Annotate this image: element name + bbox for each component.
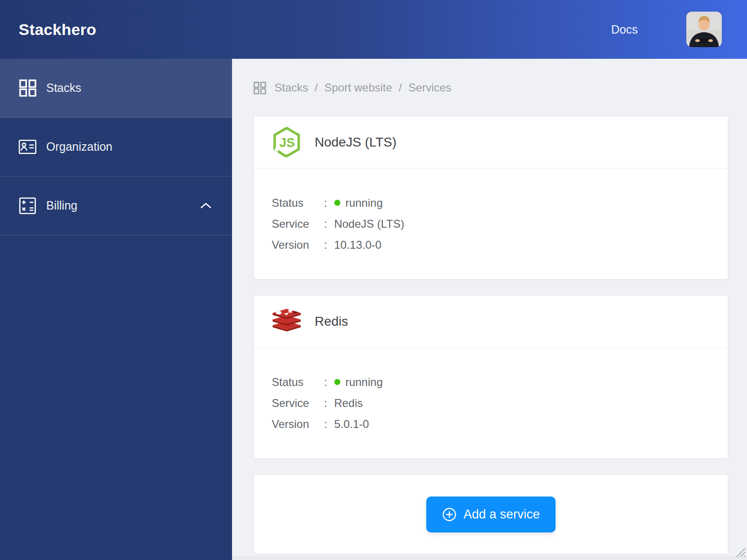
main-content: Stacks / Sport website / Services JS Nod…	[232, 59, 747, 560]
service-title: NodeJS (LTS)	[315, 135, 396, 150]
sidebar-item-stacks[interactable]: Stacks	[0, 59, 232, 118]
service-row: Service : Redis	[272, 392, 710, 413]
status-row: Status : running	[272, 192, 710, 213]
service-card-body: Status : running Service : NodeJS (LTS) …	[254, 168, 728, 279]
sidebar-item-billing[interactable]: Billing	[0, 176, 232, 235]
service-card-header[interactable]: JS NodeJS (LTS)	[254, 116, 728, 168]
status-label: Status	[272, 376, 324, 389]
resize-handle-icon[interactable]	[733, 545, 746, 557]
add-service-button[interactable]: Add a service	[426, 497, 556, 532]
svg-text:JS: JS	[279, 135, 295, 149]
version-label: Version	[272, 418, 324, 431]
grid-icon	[19, 79, 36, 97]
calculator-icon	[19, 197, 36, 214]
version-value: 5.0.1-0	[334, 418, 369, 431]
colon: :	[324, 397, 327, 410]
version-label: Version	[272, 238, 324, 252]
sidebar-item-label: Organization	[46, 140, 211, 154]
bottom-strip	[232, 557, 747, 560]
service-label: Service	[272, 397, 324, 410]
breadcrumb-stack-name[interactable]: Sport website	[324, 81, 392, 94]
redis-logo-icon	[272, 306, 302, 337]
grid-icon	[254, 82, 266, 94]
version-row: Version : 10.13.0-0	[272, 234, 710, 255]
status-dot-icon	[334, 379, 340, 385]
status-value: running	[345, 376, 383, 389]
breadcrumb-current-page: Services	[409, 81, 451, 94]
id-card-icon	[19, 140, 36, 154]
docs-link[interactable]: Docs	[611, 23, 638, 36]
version-row: Version : 5.0.1-0	[272, 413, 710, 434]
sidebar-item-organization[interactable]: Organization	[0, 118, 232, 176]
brand-logo: Stackhero	[19, 21, 96, 39]
colon: :	[324, 418, 327, 431]
status-value: running	[345, 196, 383, 210]
breadcrumb-stacks[interactable]: Stacks	[275, 81, 308, 94]
plus-circle-icon	[442, 507, 457, 522]
sidebar-item-label: Billing	[46, 199, 200, 212]
service-label: Service	[272, 217, 324, 231]
colon: :	[324, 196, 327, 210]
service-title: Redis	[315, 314, 348, 329]
sidebar: Stacks Organization Billing	[0, 59, 232, 560]
colon: :	[324, 238, 327, 252]
user-avatar[interactable]	[686, 12, 722, 47]
status-dot-icon	[334, 200, 340, 206]
add-service-label: Add a service	[464, 507, 540, 522]
service-card-body: Status : running Service : Redis Version…	[254, 348, 728, 458]
status-label: Status	[272, 196, 324, 210]
colon: :	[324, 376, 327, 389]
status-row: Status : running	[272, 371, 710, 392]
breadcrumb-separator: /	[399, 81, 402, 94]
breadcrumb: Stacks / Sport website / Services	[254, 81, 728, 94]
avatar-photo-icon	[686, 12, 722, 47]
service-value: Redis	[334, 397, 363, 410]
service-value: NodeJS (LTS)	[334, 217, 404, 231]
service-card-redis: Redis Status : running Service : Redis V…	[254, 295, 728, 459]
add-service-card: Add a service	[254, 474, 728, 554]
breadcrumb-separator: /	[315, 81, 318, 94]
chevron-up-icon[interactable]	[200, 203, 211, 209]
service-card-nodejs: JS NodeJS (LTS) Status : running Service…	[254, 116, 728, 280]
colon: :	[324, 217, 327, 231]
service-card-header[interactable]: Redis	[254, 295, 728, 348]
service-row: Service : NodeJS (LTS)	[272, 213, 710, 234]
nodejs-logo-icon: JS	[272, 127, 302, 158]
top-header: Stackhero Docs	[0, 0, 747, 59]
sidebar-item-label: Stacks	[46, 81, 211, 95]
version-value: 10.13.0-0	[334, 238, 381, 252]
